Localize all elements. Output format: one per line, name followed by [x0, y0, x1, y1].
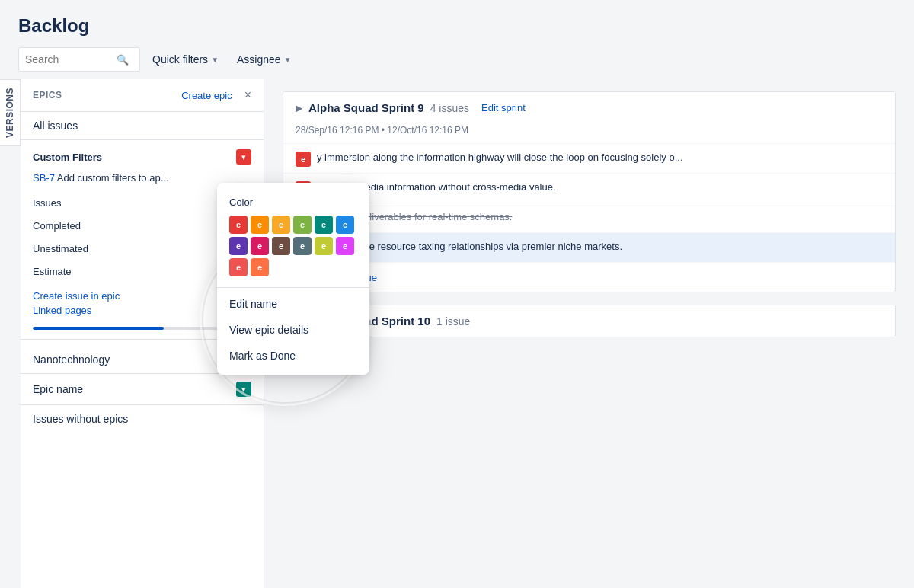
- sprint-edit-link-1[interactable]: Edit sprint: [481, 102, 526, 113]
- issue-row[interactable]: e sh cross-media information without cro…: [283, 173, 895, 203]
- right-panel: ▶ Alpha Squad Sprint 9 4 issues Edit spr…: [264, 79, 914, 588]
- stat-unestimated-label: Unestimated: [33, 243, 88, 254]
- page-title: Backlog: [18, 15, 896, 37]
- panel-divider: [21, 339, 264, 340]
- sprint-dates-1: 28/Sep/16 12:16 PM • 12/Oct/16 12:16 PM: [283, 123, 895, 143]
- quick-filters-chevron-icon: ▼: [211, 56, 219, 64]
- quick-filters-label: Quick filters: [152, 53, 208, 66]
- sprint-section-2: ▶ Alpha Squad Sprint 10 1 issue: [283, 305, 896, 337]
- stat-estimate-row: Estimate 5: [21, 260, 264, 283]
- stat-unestimated-badge: 0: [236, 241, 251, 256]
- custom-filters-toggle[interactable]: ▾: [236, 149, 251, 165]
- stat-issues-row: Issues 2: [21, 191, 264, 214]
- linked-pages-link[interactable]: Linked pages: [33, 305, 251, 316]
- stat-unestimated-row: Unestimated 0: [21, 237, 264, 260]
- issue-row[interactable]: e y immersion along the information high…: [283, 143, 895, 173]
- create-issue-in-epic-link[interactable]: Create issue in epic: [33, 290, 251, 302]
- issue-row[interactable]: e ze timely deliverables for real-time s…: [283, 203, 895, 232]
- versions-tab[interactable]: VERSIONS: [0, 79, 21, 146]
- sprint-count-1: 4 issues: [430, 102, 469, 114]
- panel-header: EPICS Create epic ×: [21, 79, 264, 112]
- page-header: Backlog 🔍 Quick filters ▼ Assignee ▼: [0, 0, 914, 79]
- sprint-header-1: ▶ Alpha Squad Sprint 9 4 issues Edit spr…: [283, 92, 895, 123]
- close-panel-button[interactable]: ×: [244, 88, 251, 102]
- action-links: Create issue in epic Linked pages: [21, 283, 264, 324]
- stat-issues-label: Issues: [33, 197, 62, 209]
- issue-text: sh cross-media information without cross…: [317, 180, 883, 195]
- quick-filters-button[interactable]: Quick filters ▼: [146, 50, 225, 69]
- sprint-name-1: Alpha Squad Sprint 9: [308, 101, 424, 114]
- toolbar: 🔍 Quick filters ▼ Assignee ▼: [18, 47, 896, 72]
- issue-text: ely synergize resource taxing relationsh…: [317, 239, 883, 254]
- custom-filter-row: SB-7 Add custom filters to ap...: [21, 169, 264, 191]
- custom-filters-label: Custom Filters: [33, 152, 102, 163]
- issue-text: ze timely deliverables for real-time sch…: [317, 209, 883, 225]
- all-issues-item[interactable]: All issues: [21, 112, 264, 140]
- progress-bar-container: [21, 324, 264, 333]
- nanotechnology-section: Nanotechnology: [21, 346, 264, 373]
- epic-name-label: Epic name: [33, 383, 83, 395]
- sprint-chevron-2[interactable]: ▶: [296, 316, 302, 327]
- stat-completed-row: Completed 1: [21, 214, 264, 237]
- issues-without-epics: Issues without epics: [21, 404, 264, 433]
- sprint-count-2: 1 issue: [436, 315, 470, 328]
- issue-row-highlighted[interactable]: e ely synergize resource taxing relation…: [283, 232, 895, 262]
- stat-estimate-badge: 5: [236, 264, 251, 279]
- search-icon: 🔍: [117, 54, 129, 66]
- issue-icon: e: [296, 241, 311, 256]
- sprint-chevron-1[interactable]: ▶: [296, 103, 302, 113]
- issue-icon: e: [296, 181, 311, 197]
- stat-issues-badge: 2: [236, 195, 251, 210]
- epics-title: EPICS: [33, 90, 62, 101]
- assignee-label: Assignee: [237, 53, 281, 66]
- assignee-chevron-icon: ▼: [284, 56, 292, 64]
- sprint-section-1: ▶ Alpha Squad Sprint 9 4 issues Edit spr…: [283, 91, 896, 292]
- page-container: Backlog 🔍 Quick filters ▼ Assignee ▼ VER…: [0, 0, 914, 588]
- sprint-name-2: Alpha Squad Sprint 10: [308, 315, 430, 328]
- left-panel: EPICS Create epic × All issues Custom Fi…: [21, 79, 264, 588]
- main-content: VERSIONS EPICS Create epic × All issues …: [0, 79, 914, 588]
- issue-icon: e: [296, 211, 311, 226]
- search-input[interactable]: [25, 53, 117, 66]
- custom-filters-section: Custom Filters ▾: [21, 140, 264, 169]
- epic-name-toggle[interactable]: ▾: [236, 382, 251, 397]
- epic-name-section: Epic name ▾: [21, 373, 264, 404]
- create-epic-link[interactable]: Create epic: [181, 90, 232, 101]
- stat-estimate-label: Estimate: [33, 266, 72, 277]
- issue-text: y immersion along the information highwa…: [317, 150, 883, 165]
- custom-filter-text: Add custom filters to ap...: [57, 172, 169, 184]
- stat-completed-label: Completed: [33, 220, 81, 232]
- progress-bar-fill: [33, 327, 164, 330]
- stat-completed-badge: 1: [236, 218, 251, 233]
- custom-filter-link[interactable]: SB-7: [33, 172, 55, 184]
- issue-icon: e: [296, 152, 311, 167]
- search-box[interactable]: 🔍: [18, 47, 140, 72]
- create-issue-row-1[interactable]: 🔖 Create issue: [283, 262, 895, 292]
- create-issue-label-1: Create issue: [321, 272, 377, 283]
- assignee-button[interactable]: Assignee ▼: [231, 50, 298, 69]
- sprint-header-2: ▶ Alpha Squad Sprint 10 1 issue: [283, 305, 895, 337]
- bookmark-icon: 🔖: [296, 270, 311, 286]
- progress-bar: [33, 327, 251, 330]
